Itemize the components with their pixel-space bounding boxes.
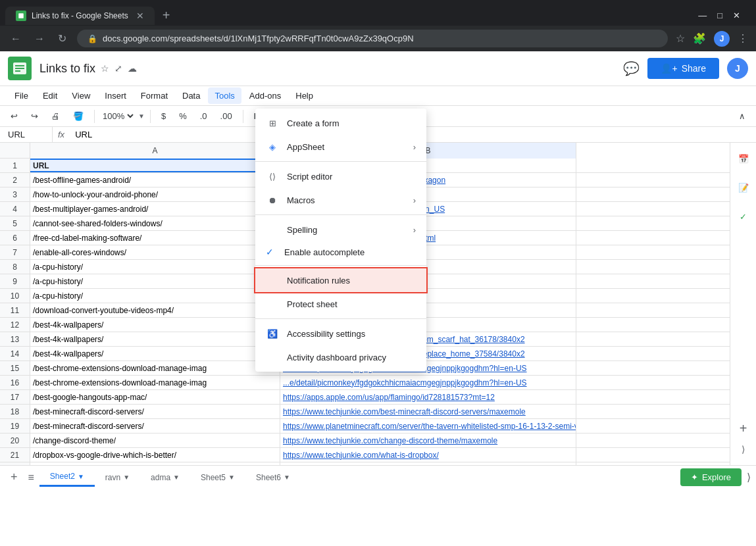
minimize-button[interactable]: — bbox=[698, 11, 707, 20]
cell-a[interactable]: /best-chrome-extensions-download-manage-… bbox=[30, 361, 280, 375]
cell-a[interactable]: /free-cd-label-making-software/ bbox=[30, 231, 280, 245]
cell-a[interactable]: /best-multiplayer-games-android/ bbox=[30, 202, 280, 216]
explore-button[interactable]: ✦ Explore bbox=[680, 468, 742, 486]
new-tab-button[interactable]: + bbox=[157, 5, 176, 26]
table-row[interactable]: 16/best-chrome-extensions-download-manag… bbox=[0, 376, 730, 390]
cell-reference[interactable]: URL bbox=[0, 127, 53, 142]
sheet-tab-sheet2[interactable]: Sheet2 ▼ bbox=[39, 468, 95, 487]
cell-a[interactable]: /best-google-hangouts-app-mac/ bbox=[30, 390, 280, 404]
menu-file[interactable]: File bbox=[8, 87, 35, 104]
cell-a[interactable]: /download-convert-youtube-videos-mp4/ bbox=[30, 303, 280, 317]
redo-button[interactable]: ↪ bbox=[26, 109, 43, 124]
menu-format[interactable]: Format bbox=[134, 87, 174, 104]
tabs-right-arrow[interactable]: ⟩ bbox=[747, 471, 751, 484]
cell-b[interactable]: https://www.planetminecraft.com/server/t… bbox=[280, 419, 576, 433]
menu-option-script-editor[interactable]: ⟨⟩ Script editor bbox=[255, 164, 426, 188]
sheet-tab-sheet5[interactable]: Sheet5 ▼ bbox=[190, 469, 245, 486]
collapse-toolbar-button[interactable]: ∧ bbox=[734, 109, 751, 124]
cell-a[interactable]: /best-offline-games-android/ bbox=[30, 173, 280, 187]
table-row[interactable]: 18/best-minecraft-discord-servers/https:… bbox=[0, 405, 730, 419]
forward-button[interactable]: → bbox=[32, 30, 47, 47]
cell-a[interactable]: /best-chrome-extensions-download-manage-… bbox=[30, 376, 280, 389]
cell-a[interactable]: /best-minecraft-discord-servers/ bbox=[30, 419, 280, 433]
menu-edit[interactable]: Edit bbox=[36, 87, 64, 104]
cell-b[interactable]: https://www.techjunkie.com/what-is-dropb… bbox=[280, 448, 576, 462]
expand-sidebar-icon[interactable]: ⟩ bbox=[733, 439, 754, 460]
cell-b[interactable]: https://addons.mozilla.org/en-US/firefox… bbox=[280, 462, 576, 465]
increase-decimal-button[interactable]: .00 bbox=[215, 109, 238, 124]
cell-a[interactable]: /best-4k-wallpapers/ bbox=[30, 332, 280, 346]
maximize-button[interactable]: □ bbox=[717, 11, 722, 20]
cell-a[interactable]: /cannot-see-shared-folders-windows/ bbox=[30, 216, 280, 230]
table-row[interactable]: 17/best-google-hangouts-app-mac/https://… bbox=[0, 390, 730, 405]
calendar-sidebar-icon[interactable]: 📅 bbox=[733, 148, 754, 169]
menu-tools[interactable]: Tools bbox=[208, 87, 241, 104]
menu-icon[interactable]: ⋮ bbox=[738, 32, 748, 45]
cell-a[interactable]: /firefox-ram-tab-usage/ bbox=[30, 462, 280, 465]
back-button[interactable]: ← bbox=[8, 30, 24, 47]
menu-option-protect-sheet[interactable]: Protect sheet bbox=[255, 292, 426, 316]
cell-b[interactable]: https://www.techjunkie.com/best-minecraf… bbox=[280, 405, 576, 418]
menu-view[interactable]: View bbox=[65, 87, 97, 104]
check-sidebar-icon[interactable]: ✓ bbox=[733, 206, 754, 227]
star-icon[interactable]: ☆ bbox=[676, 32, 685, 45]
cell-a[interactable]: /dropbox-vs-google-drive-which-is-better… bbox=[30, 448, 280, 462]
cell-a[interactable]: /a-cpu-history/ bbox=[30, 274, 280, 288]
extension-icon[interactable]: 🧩 bbox=[693, 32, 706, 45]
address-bar[interactable]: 🔒 docs.google.com/spreadsheets/d/1lXnMj1… bbox=[77, 30, 668, 47]
cell-a[interactable]: /a-cpu-history/ bbox=[30, 289, 280, 303]
cell-a[interactable]: /best-minecraft-discord-servers/ bbox=[30, 405, 280, 418]
menu-option-create-form[interactable]: ⊞ Create a form bbox=[255, 111, 426, 135]
cell-a[interactable]: /best-4k-wallpapers/ bbox=[30, 318, 280, 332]
cell-b[interactable]: https://apps.apple.com/us/app/flamingo/i… bbox=[280, 390, 576, 404]
tab-close-button[interactable]: ✕ bbox=[136, 11, 144, 21]
currency-button[interactable]: $ bbox=[156, 109, 171, 124]
reload-button[interactable]: ↻ bbox=[55, 30, 69, 47]
paint-format-button[interactable]: 🪣 bbox=[68, 109, 89, 124]
sheet-tab-ravn[interactable]: ravn ▼ bbox=[95, 469, 140, 486]
menu-data[interactable]: Data bbox=[176, 87, 207, 104]
tasks-sidebar-icon[interactable]: 📝 bbox=[733, 177, 754, 198]
menu-option-accessibility[interactable]: ♿ Accessibility settings bbox=[255, 322, 426, 345]
cell-a[interactable]: /a-cpu-history/ bbox=[30, 260, 280, 274]
undo-button[interactable]: ↩ bbox=[5, 109, 23, 124]
user-avatar[interactable]: J bbox=[727, 58, 748, 79]
add-sidebar-icon[interactable]: + bbox=[733, 418, 754, 439]
menu-option-autocomplete[interactable]: ✓ Enable autocomplete bbox=[255, 241, 426, 262]
table-row[interactable]: 21/dropbox-vs-google-drive-which-is-bett… bbox=[0, 448, 730, 462]
close-button[interactable]: ✕ bbox=[733, 11, 740, 20]
percent-button[interactable]: % bbox=[174, 109, 192, 124]
sheet-tab-sheet6[interactable]: Sheet6 ▼ bbox=[245, 469, 301, 486]
menu-addons[interactable]: Add-ons bbox=[243, 87, 288, 104]
move-icon[interactable]: ⤢ bbox=[114, 63, 122, 74]
menu-help[interactable]: Help bbox=[289, 87, 320, 104]
zoom-select[interactable]: 100% 75% 125% bbox=[100, 111, 136, 122]
cell-a[interactable]: URL bbox=[30, 159, 280, 172]
print-button[interactable]: 🖨 bbox=[46, 109, 65, 124]
cell-b[interactable]: https://www.techjunkie.com/change-discor… bbox=[280, 434, 576, 447]
profile-icon[interactable]: J bbox=[714, 31, 730, 47]
table-row[interactable]: 19/best-minecraft-discord-servers/https:… bbox=[0, 419, 730, 434]
comment-button[interactable]: 💬 bbox=[623, 61, 640, 76]
share-button[interactable]: 👤+ Share bbox=[647, 58, 719, 79]
menu-option-macros[interactable]: ⏺ Macros › bbox=[255, 188, 426, 212]
sheet-menu-button[interactable]: ≡ bbox=[23, 469, 39, 486]
cell-a[interactable]: /change-discord-theme/ bbox=[30, 434, 280, 447]
active-tab[interactable]: Links to fix - Google Sheets ✕ bbox=[5, 7, 155, 25]
cell-a[interactable]: /enable-all-cores-windows/ bbox=[30, 245, 280, 259]
cell-b[interactable]: ...e/detail/picmonkey/fgdgokchhicmaiacmg… bbox=[280, 376, 576, 389]
menu-option-spelling[interactable]: Spelling › bbox=[255, 218, 426, 241]
menu-option-notification-rules[interactable]: Notification rules bbox=[255, 268, 426, 292]
menu-insert[interactable]: Insert bbox=[98, 87, 133, 104]
decrease-decimal-button[interactable]: .0 bbox=[195, 109, 213, 124]
menu-option-activity-dashboard[interactable]: Activity dashboard privacy bbox=[255, 345, 426, 369]
add-sheet-button[interactable]: + bbox=[5, 468, 23, 487]
sheet-tab-adma[interactable]: adma ▼ bbox=[140, 469, 190, 486]
table-row[interactable]: 20/change-discord-theme/https://www.tech… bbox=[0, 434, 730, 448]
cell-a[interactable]: /best-4k-wallpapers/ bbox=[30, 347, 280, 360]
cell-a[interactable]: /how-to-unlock-your-android-phone/ bbox=[30, 187, 280, 201]
cloud-icon[interactable]: ☁ bbox=[128, 63, 137, 74]
table-row[interactable]: 22/firefox-ram-tab-usage/https://addons.… bbox=[0, 462, 730, 465]
star-doc-icon[interactable]: ☆ bbox=[101, 63, 109, 74]
menu-option-appsheet[interactable]: ◈ AppSheet › bbox=[255, 135, 426, 159]
